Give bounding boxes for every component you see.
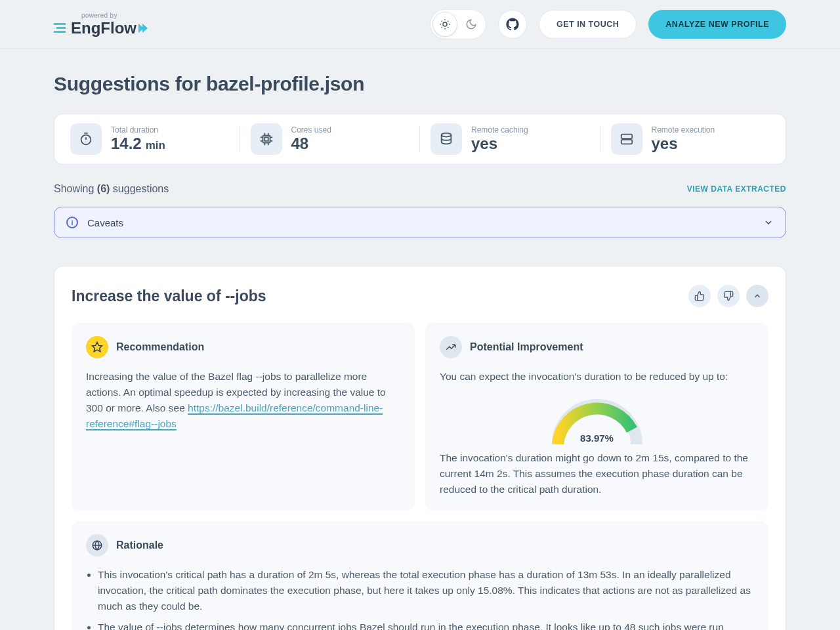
stat-label: Remote execution [652,125,715,135]
globe-icon [86,534,108,556]
info-icon: i [66,217,78,228]
gauge-svg [548,395,646,444]
stopwatch-icon [70,123,102,155]
rationale-bullet: This invocation's critical path has a du… [98,567,754,614]
github-button[interactable] [498,10,527,39]
sun-icon [439,18,451,30]
stat-label: Cores used [291,125,331,135]
stat-caching: Remote caching yes [420,123,600,155]
top-actions: GET IN TOUCH ANALYZE NEW PROFILE [430,9,786,39]
meta-row: Showing (6) suggestions VIEW DATA EXTRAC… [54,183,786,195]
svg-rect-2 [262,136,270,143]
brand-name: EngFlow [71,19,136,37]
page-title: Suggestions for bazel-profile.json [54,73,786,95]
svg-rect-5 [621,135,632,138]
stats-card: Total duration 14.2min Cores used 48 Rem… [54,114,786,165]
thumbs-down-icon [723,291,734,301]
powered-by-label: powered by [81,12,148,19]
svg-point-0 [443,22,447,26]
cpu-icon [251,123,282,155]
database-icon [430,123,462,155]
stat-value: 48 [291,135,309,153]
svg-rect-3 [264,137,268,141]
stat-value: yes [652,135,678,153]
svg-marker-7 [93,343,102,352]
stat-remote-exec: Remote execution yes [600,123,781,155]
thumbs-up-icon [694,291,705,301]
trending-up-icon [440,336,462,358]
view-data-extracted-link[interactable]: VIEW DATA EXTRACTED [687,184,786,194]
recommendation-heading: Recommendation [116,341,204,353]
svg-point-4 [442,133,452,137]
suggestion-card: Increase the value of --jobs [54,266,786,630]
caveats-panel[interactable]: i Caveats [54,207,786,238]
analyze-new-profile-button[interactable]: ANALYZE NEW PROFILE [648,10,786,39]
improvement-intro: You can expect the invocation's duration… [440,369,754,385]
github-icon [506,18,519,31]
server-icon [611,123,642,155]
chevron-up-icon [753,291,762,301]
recommendation-body: Increasing the value of the Bazel flag -… [86,369,400,432]
light-mode-button[interactable] [433,12,457,36]
get-in-touch-button[interactable]: GET IN TOUCH [539,10,637,39]
rationale-list: This invocation's critical path has a du… [86,567,754,630]
improvement-explain: The invocation's duration might go down … [440,450,754,497]
stat-duration: Total duration 14.2min [60,123,240,155]
recommendation-panel: Recommendation Increasing the value of t… [72,323,415,511]
moon-icon [465,18,477,30]
rationale-heading: Rationale [116,539,163,551]
showing-count: Showing (6) suggestions [54,183,169,195]
logo-chevrons-icon [140,24,148,33]
rationale-panel: Rationale This invocation's critical pat… [72,521,768,630]
dark-mode-button[interactable] [459,12,483,36]
logo-bars-icon [54,23,66,33]
brand: powered by EngFlow [54,12,148,37]
stat-unit: min [146,139,165,152]
caveats-label: Caveats [87,217,123,228]
theme-toggle[interactable] [430,9,486,39]
logo: EngFlow [54,19,148,37]
improvement-heading: Potential Improvement [470,341,583,353]
svg-rect-6 [621,140,632,144]
collapse-button[interactable] [746,285,768,307]
stat-label: Remote caching [471,125,528,135]
improvement-gauge: 83.97% [440,395,754,444]
topbar: powered by EngFlow GET IN TOUCH ANALYZE … [0,0,840,49]
thumbs-up-button[interactable] [688,285,711,307]
stat-cores: Cores used 48 [240,123,421,155]
main: Suggestions for bazel-profile.json Total… [0,49,840,630]
star-icon [86,336,108,358]
chevron-down-icon [763,217,774,228]
rationale-bullet: The value of --jobs determines how many … [98,620,754,630]
suggestion-title: Increase the value of --jobs [72,287,266,305]
stat-label: Total duration [111,125,165,135]
thumbs-down-button[interactable] [717,285,740,307]
stat-value: 14.2 [111,135,142,153]
stat-value: yes [471,135,497,153]
improvement-panel: Potential Improvement You can expect the… [425,323,768,511]
